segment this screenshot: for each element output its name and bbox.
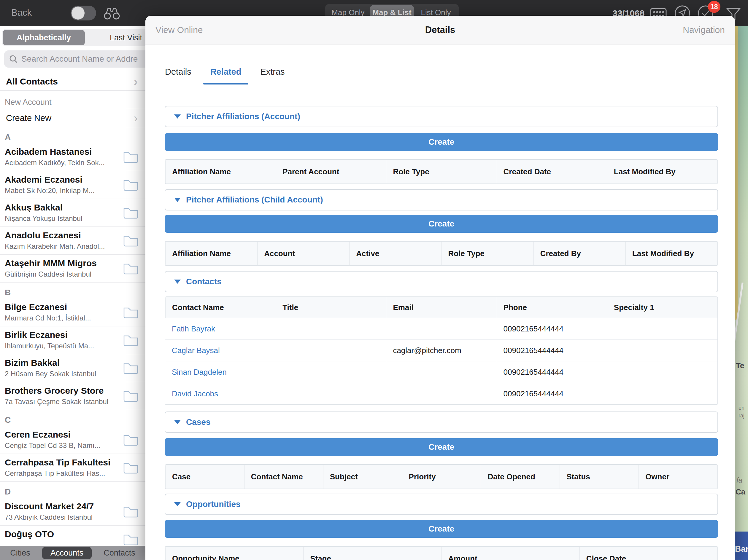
chevron-right-icon: ›	[134, 112, 138, 124]
account-list-item[interactable]: Akademi Eczanesi Mabet Sk No:20, İnkılap…	[0, 171, 145, 199]
sort-segment[interactable]: Last Visit	[85, 30, 145, 45]
create-case-button[interactable]: Create	[165, 438, 718, 456]
account-list-item[interactable]: Cerrahpasa Tip Fakultesi Cerrahpaşa Tıp …	[0, 454, 145, 482]
account-name: Akkuş Bakkal	[5, 202, 118, 213]
section-contacts[interactable]: Contacts	[165, 271, 718, 292]
column-header: Subject	[323, 465, 402, 489]
new-account-header: New Account	[0, 91, 145, 109]
contact-name-link[interactable]: David Jacobs	[165, 383, 276, 404]
account-list-item[interactable]: Akkuş Bakkal Nişanca Yokuşu Istanbul	[0, 199, 145, 227]
detail-tab[interactable]: Details	[156, 62, 201, 84]
column-header: Active	[349, 242, 441, 265]
section-title: Pitcher Affiliations (Child Account)	[186, 195, 323, 204]
column-header: Date Opened	[481, 465, 560, 489]
account-list-section: Bilge Eczanesi Marmara Cd No:1, İstiklal…	[0, 298, 145, 410]
folder-icon[interactable]	[123, 234, 139, 247]
folder-icon[interactable]	[123, 533, 139, 546]
account-list-item[interactable]: Bilge Eczanesi Marmara Cd No:1, İstiklal…	[0, 298, 145, 326]
all-contacts-row[interactable]: All Contacts ›	[0, 72, 145, 91]
section-letter: D	[0, 482, 145, 498]
contact-table-row[interactable]: Fatih Bayrak 00902165444444	[165, 318, 718, 339]
account-list-item[interactable]: Ataşehir MMM Migros Gülibrişim Caddesi I…	[0, 255, 145, 283]
map-label: Barid	[735, 544, 748, 554]
binoculars-icon[interactable]	[103, 6, 120, 20]
specialty-cell	[607, 318, 718, 339]
account-list-item[interactable]: Acibadem Hastanesi Acıbadem Kadıköy, Tek…	[0, 143, 145, 171]
folder-icon[interactable]	[123, 150, 139, 163]
title-cell	[276, 318, 386, 339]
account-list-item[interactable]: Anadolu Eczanesi Kazım Karabekir Mah. An…	[0, 227, 145, 255]
phone-cell: 00902165444444	[497, 318, 607, 339]
folder-icon[interactable]	[123, 389, 139, 402]
folder-icon[interactable]	[123, 262, 139, 275]
column-header: Specialty 1	[607, 297, 718, 318]
folder-icon[interactable]	[123, 178, 139, 191]
account-list-item[interactable]: Birlik Eczanesi Ihlamurkuyu, Tepeüstü Ma…	[0, 326, 145, 354]
map-label: Ca	[735, 487, 745, 496]
account-list-section: Discount Market 24/7 73 Akbıyık Caddesi …	[0, 498, 145, 554]
title-cell	[276, 340, 386, 361]
section-cases[interactable]: Cases	[165, 412, 718, 433]
account-address: Mabet Sk No:20, İnkılap M...	[5, 187, 118, 195]
contact-name-link[interactable]: Sinan Dagdelen	[165, 361, 276, 383]
create-affiliation-account-button[interactable]: Create	[165, 133, 718, 151]
contact-name-link[interactable]: Caglar Baysal	[165, 340, 276, 361]
folder-icon[interactable]	[123, 334, 139, 346]
map-label: raj	[739, 413, 744, 419]
create-new-row[interactable]: Create New ›	[0, 109, 145, 127]
map-label: eri	[739, 405, 744, 411]
folder-icon[interactable]	[123, 433, 139, 446]
bottom-tab[interactable]: Accounts	[42, 547, 92, 559]
column-header: Role Type	[386, 160, 496, 184]
section-title: Contacts	[186, 277, 221, 286]
account-name: Discount Market 24/7	[5, 501, 118, 511]
contact-table-row[interactable]: David Jacobs 00902165444444	[165, 383, 718, 404]
contact-name-link[interactable]: Fatih Bayrak	[165, 318, 276, 339]
account-list-item[interactable]: Discount Market 24/7 73 Akbıyık Caddesi …	[0, 498, 145, 526]
folder-icon[interactable]	[123, 306, 139, 319]
table-header-row: Opportunity NameStageAmountClose Date	[165, 547, 718, 560]
column-header: Parent Account	[276, 160, 386, 184]
back-button[interactable]: Back	[11, 7, 32, 18]
specialty-cell	[607, 340, 718, 361]
view-online-button[interactable]: View Online	[156, 25, 203, 35]
column-header: Phone	[497, 297, 607, 318]
detail-tab[interactable]: Related	[201, 62, 251, 84]
bottom-tab[interactable]: Contacts	[95, 547, 144, 559]
column-header: Created By	[534, 242, 626, 265]
column-header: Title	[276, 297, 386, 318]
section-opportunities[interactable]: Opportunities	[165, 494, 718, 515]
account-list-item[interactable]: Ceren Eczanesi Cengiz Topel Cd 33 B, Nam…	[0, 426, 145, 454]
column-header: Email	[386, 297, 496, 318]
folder-icon[interactable]	[123, 206, 139, 219]
create-opportunity-button[interactable]: Create	[165, 520, 718, 538]
create-affiliation-child-button[interactable]: Create	[165, 215, 718, 233]
account-name: Bilge Eczanesi	[5, 302, 118, 312]
contact-table-row[interactable]: Caglar Baysal caglar@pitcher.com 0090216…	[165, 339, 718, 361]
folder-icon[interactable]	[123, 361, 139, 374]
cases-table: CaseContact NameSubjectPriorityDate Open…	[165, 464, 718, 489]
section-letter: A	[0, 127, 145, 143]
account-list-section: Ceren Eczanesi Cengiz Topel Cd 33 B, Nam…	[0, 426, 145, 482]
table-header-row: Contact NameTitleEmailPhoneSpecialty 1	[165, 297, 718, 318]
account-name: Doğuş OTO	[5, 529, 118, 539]
toggle-knob	[71, 6, 85, 20]
column-header: Stage	[303, 547, 441, 560]
section-affiliations-account[interactable]: Pitcher Affiliations (Account)	[165, 106, 718, 127]
account-list-item[interactable]: Brothers Grocery Store 7a Tavası Çeşme S…	[0, 382, 145, 410]
folder-icon[interactable]	[123, 505, 139, 518]
view-toggle-switch[interactable]	[71, 6, 96, 21]
navigation-button[interactable]: Navigation	[683, 25, 725, 35]
table-header-row: Affiliation NameParent AccountRole TypeC…	[165, 160, 718, 184]
column-header: Last Modified By	[626, 242, 718, 265]
section-affiliations-child[interactable]: Pitcher Affiliations (Child Account)	[165, 189, 718, 211]
account-address: 73 Akbıyık Caddesi Istanbul	[5, 513, 118, 521]
phone-cell: 00902165444444	[497, 361, 607, 383]
folder-icon[interactable]	[123, 461, 139, 474]
detail-tab[interactable]: Extras	[251, 62, 294, 84]
account-list-item[interactable]: Bizim Bakkal 2 Hüsam Bey Sokak Istanbul	[0, 354, 145, 382]
bottom-tab[interactable]: Cities	[2, 547, 39, 559]
contact-table-row[interactable]: Sinan Dagdelen 00902165444444	[165, 361, 718, 383]
sort-segment[interactable]: Alphabetically	[3, 30, 85, 45]
search-input[interactable]	[21, 54, 145, 64]
